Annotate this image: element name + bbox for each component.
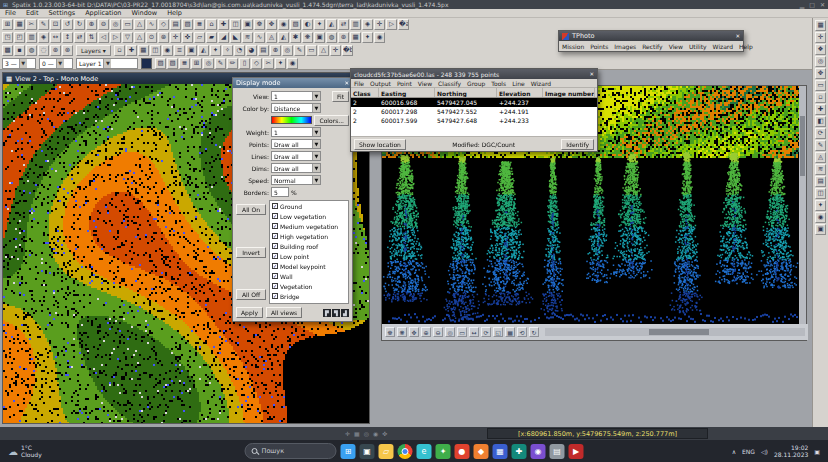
points-title-bar[interactable]: cloudcd5fc37b5ae6e00.las - 248 339 755 p… xyxy=(351,69,597,79)
view-control-icon[interactable]: ◱ xyxy=(493,327,503,337)
col-elevation[interactable]: Elevation xyxy=(497,88,543,97)
side-toolbar-icon[interactable]: ▦ xyxy=(815,20,826,31)
view-control-icon[interactable]: ☸ xyxy=(385,327,395,337)
view-control-icon[interactable]: ↻ xyxy=(529,327,539,337)
statusbar-icon[interactable]: ◉ xyxy=(373,430,378,437)
toolbar-icon[interactable]: ✎ xyxy=(38,19,49,30)
side-toolbar-icon[interactable]: ✦ xyxy=(815,200,826,211)
toolbar-icon[interactable]: △ xyxy=(134,32,145,43)
toolbar-icon[interactable]: ⊖ xyxy=(98,19,109,30)
class-row[interactable]: ✓Ground xyxy=(270,201,348,211)
checkbox-icon[interactable]: ✓ xyxy=(272,223,278,229)
points-menu-item[interactable]: Group xyxy=(464,79,488,88)
taskbar-app-icon[interactable]: ▤ xyxy=(550,444,565,459)
toolbar-icon[interactable]: ✦ xyxy=(275,58,286,69)
toolbar-icon[interactable]: ✏ xyxy=(227,58,238,69)
toolbar-icon[interactable]: ▭ xyxy=(122,19,133,30)
toolbar-icon[interactable]: ≣ xyxy=(179,58,190,69)
side-toolbar-icon[interactable]: ✚ xyxy=(815,104,826,115)
side-toolbar-icon[interactable]: ⟳ xyxy=(815,128,826,139)
toolbar-icon[interactable]: ◉ xyxy=(278,19,289,30)
view-control-icon[interactable]: ❋ xyxy=(397,327,407,337)
layers-button[interactable]: Layers ▾ xyxy=(76,45,111,56)
toolbar-icon[interactable]: ◎ xyxy=(203,58,214,69)
toolbar-icon[interactable]: ⊛ xyxy=(338,32,349,43)
table-row[interactable]: 2600017.5995479427.648+244.233 xyxy=(351,116,597,125)
tphoto-menu-item[interactable]: View xyxy=(666,42,686,51)
toolbar-icon[interactable]: △ xyxy=(134,19,145,30)
toolbar-icon[interactable]: ✛ xyxy=(374,19,385,30)
class-row[interactable]: ✓Bridge xyxy=(270,291,348,301)
points-menu-item[interactable]: Line xyxy=(509,79,528,88)
weight-select[interactable]: 1 ▼ xyxy=(271,127,321,137)
toolbar-icon[interactable]: ◎ xyxy=(110,19,121,30)
view-control-icon[interactable]: ✥ xyxy=(409,327,419,337)
points-menu-item[interactable]: Tools xyxy=(488,79,509,88)
toolbar-icon[interactable]: ✛ xyxy=(170,32,181,43)
points-menu-item[interactable]: Output xyxy=(367,79,394,88)
menu-item[interactable]: Application xyxy=(80,9,126,18)
close-icon[interactable]: ✕ xyxy=(735,33,740,39)
toolbar-icon[interactable]: �babel xyxy=(342,45,353,56)
side-toolbar-icon[interactable]: ▣ xyxy=(815,224,826,235)
menu-item[interactable]: Edit xyxy=(21,9,44,18)
tphoto-menu-item[interactable]: Points xyxy=(587,42,611,51)
toolbar-icon[interactable]: ✂ xyxy=(263,58,274,69)
toolbar-icon[interactable]: ▧ xyxy=(167,58,178,69)
identify-button[interactable]: Identify xyxy=(561,139,594,150)
side-toolbar-icon[interactable]: ≋ xyxy=(815,164,826,175)
view-split-icon[interactable]: ▟ xyxy=(341,309,349,317)
toolbar-icon[interactable]: ≣ xyxy=(194,19,205,30)
class-row[interactable]: ✓Medium vegetation xyxy=(270,221,348,231)
taskbar-app-icon[interactable]: ▱ xyxy=(379,444,394,459)
show-location-button[interactable]: Show location xyxy=(354,139,406,150)
class-row[interactable]: ✓Low point xyxy=(270,251,348,261)
toolbar-icon[interactable]: ▫ xyxy=(114,45,125,56)
toolbar-icon[interactable]: ▣ xyxy=(186,45,197,56)
speed-select[interactable]: Normal ▼ xyxy=(271,175,321,185)
view-control-icon[interactable]: ⟲ xyxy=(517,327,527,337)
toolbar-icon[interactable]: ✦ xyxy=(362,32,373,43)
toolbar-icon[interactable]: ◢ xyxy=(218,32,229,43)
toolbar-icon[interactable]: ❋ xyxy=(302,32,313,43)
toolbar-icon[interactable]: ▣ xyxy=(314,32,325,43)
toolbar-icon[interactable]: ▪ xyxy=(14,45,25,56)
checkbox-icon[interactable]: ✓ xyxy=(272,213,278,219)
class-row[interactable]: ✓Model keypoint xyxy=(270,261,348,271)
toolbar-icon[interactable]: ▨ xyxy=(155,58,166,69)
tphoto-menu-item[interactable]: Help xyxy=(736,42,756,51)
points-menu-item[interactable]: View xyxy=(415,79,435,88)
toolbar-icon[interactable]: ✦ xyxy=(314,19,325,30)
maximize-icon[interactable]: □ xyxy=(809,0,815,9)
points-menu-item[interactable]: Classify xyxy=(435,79,464,88)
class-row[interactable]: ✓Vegetation xyxy=(270,281,348,291)
toolbar-icon[interactable]: ▭ xyxy=(306,45,317,56)
taskbar-app-icon[interactable]: ● xyxy=(455,444,470,459)
tray-chevron-icon[interactable]: ∧ xyxy=(732,448,736,455)
toolbar-icon[interactable]: ✜ xyxy=(182,32,193,43)
col-easting[interactable]: Easting xyxy=(379,88,435,97)
statusbar-icon[interactable]: ▦ xyxy=(354,430,360,437)
toolbar-icon[interactable]: ⊕ xyxy=(270,45,281,56)
toolbar-icon[interactable]: ▥ xyxy=(350,19,361,30)
notification-icon[interactable]: ▣ xyxy=(814,448,820,455)
all-views-button[interactable]: All views xyxy=(266,307,302,318)
taskbar-app-icon[interactable] xyxy=(398,444,413,459)
view-control-icon[interactable]: ▭ xyxy=(457,327,467,337)
view-control-icon[interactable]: ↔ xyxy=(469,327,479,337)
dialog-title-bar[interactable]: Display mode ✕ xyxy=(233,78,352,88)
view-control-icon[interactable]: ⊖ xyxy=(433,327,443,337)
toolbar-icon[interactable]: ≋ xyxy=(242,32,253,43)
checkbox-icon[interactable]: ✓ xyxy=(272,263,278,269)
statusbar-icon[interactable]: ✛ xyxy=(345,430,350,437)
toolbar-icon[interactable]: ⊞ xyxy=(191,58,202,69)
class-row[interactable]: ✓Building roof xyxy=(270,241,348,251)
side-toolbar-icon[interactable]: ◎ xyxy=(815,56,826,67)
toolbar-icon[interactable]: ✚ xyxy=(126,45,137,56)
menu-item[interactable]: Settings xyxy=(43,9,80,18)
toolbar-icon[interactable]: ⊞ xyxy=(2,19,13,30)
toolbar-icon[interactable]: ▤ xyxy=(258,45,269,56)
view-split-icon[interactable]: ▜ xyxy=(332,309,340,317)
side-toolbar-icon[interactable]: ▫ xyxy=(815,92,826,103)
view-control-icon[interactable]: ⊕ xyxy=(421,327,431,337)
